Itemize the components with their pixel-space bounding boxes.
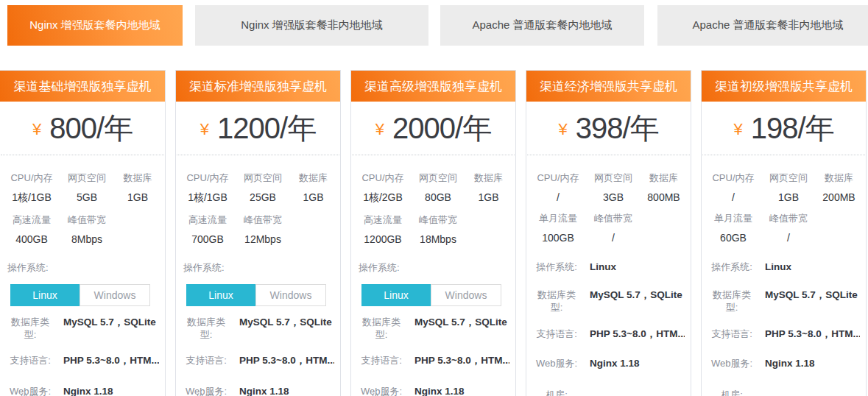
spec-grid: CPU/内存1核/1GB 网页空间25GB 数据库1GB 高速流量700GB 峰… xyxy=(176,155,340,254)
plan-price: ¥ 800/年 xyxy=(1,102,164,155)
currency-symbol: ¥ xyxy=(733,120,742,139)
spec-grid: CPU/内存1核/1GB 网页空间5GB 数据库1GB 高速流量400GB 峰值… xyxy=(0,155,165,254)
os-option-windows[interactable]: Windows xyxy=(255,284,326,306)
spec-traffic: 高速流量400GB xyxy=(6,213,57,245)
os-option-windows[interactable]: Windows xyxy=(431,284,501,306)
plan-title: 渠道初级增强版共享虚机 xyxy=(702,71,866,102)
spec-database: 数据库1GB xyxy=(467,172,509,205)
spec-webspace: 网页空间25GB xyxy=(233,172,292,205)
plan-card-starter: 渠道初级增强版共享虚机 ¥ 198/年 CPU/内存/ 网页空间1GB 数据库2… xyxy=(701,70,867,396)
detail-list: 操作系统: Linux Windows 数据库类型:MySQL 5.7，SQLi… xyxy=(0,261,165,396)
price-number: 198 xyxy=(751,112,798,144)
detail-row-datacenter: 机房: xyxy=(532,389,685,396)
spec-bandwidth: 峰值带宽18Mbps xyxy=(409,213,467,245)
spec-cpu: CPU/内存1核/2GB xyxy=(357,172,409,205)
plan-title: 渠道标准增强版独享虚机 xyxy=(176,71,340,102)
price-amount: 2000/年 xyxy=(392,108,491,149)
currency-symbol: ¥ xyxy=(375,120,384,139)
price-suffix: /年 xyxy=(96,112,133,144)
spec-grid: CPU/内存/ 网页空间1GB 数据库200MB 单月流量60GB 峰值带宽/ xyxy=(702,155,866,252)
tab-apache-basic-mainland[interactable]: Apache 普通版套餐内地地域 xyxy=(440,5,644,46)
price-suffix: /年 xyxy=(622,112,658,144)
detail-row-datacenter: 机房: xyxy=(708,389,860,396)
os-option-linux[interactable]: Linux xyxy=(10,284,80,306)
spec-database: 数据库1GB xyxy=(116,172,159,205)
price-number: 398 xyxy=(576,112,623,144)
os-label: 操作系统: xyxy=(359,261,509,275)
detail-list: 操作系统: Linux Windows 数据库类型:MySQL 5.7，SQLi… xyxy=(176,261,340,396)
price-number: 800 xyxy=(49,112,96,144)
os-toggle: Linux Windows xyxy=(186,284,326,306)
os-option-windows[interactable]: Windows xyxy=(80,284,150,306)
price-amount: 198/年 xyxy=(751,108,834,149)
spec-traffic: 高速流量1200GB xyxy=(357,213,409,245)
spec-database: 数据库1GB xyxy=(292,172,334,205)
spec-database: 数据库200MB xyxy=(818,172,860,203)
plan-card-advanced: 渠道高级增强版独享虚机 ¥ 2000/年 CPU/内存1核/2GB 网页空间80… xyxy=(350,70,516,396)
spec-cpu: CPU/内存/ xyxy=(532,172,584,203)
detail-row-db-type: 数据库类型:MySQL 5.7，SQLite xyxy=(182,316,334,341)
price-suffix: /年 xyxy=(797,112,833,144)
tab-nginx-enhanced-non-mainland[interactable]: Nginx 增强版套餐非内地地域 xyxy=(195,5,428,46)
spec-webspace: 网页空间1GB xyxy=(759,172,818,203)
spec-grid: CPU/内存1核/2GB 网页空间80GB 数据库1GB 高速流量1200GB … xyxy=(351,155,515,254)
detail-row-db-type: 数据库类型:MySQL 5.7，SQLite xyxy=(708,289,860,314)
spec-bandwidth: 峰值带宽12Mbps xyxy=(233,213,292,245)
price-number: 2000 xyxy=(392,112,455,144)
plan-cards-row: 渠道基础增强版独享虚机 ¥ 800/年 CPU/内存1核/1GB 网页空间5GB… xyxy=(0,70,868,396)
detail-row-webserver: Web服务:Nginx 1.18 xyxy=(532,357,685,370)
detail-list: 操作系统: Linux Windows 数据库类型:MySQL 5.7，SQLi… xyxy=(351,261,515,396)
os-toggle: Linux Windows xyxy=(10,284,150,306)
os-toggle: Linux Windows xyxy=(361,284,501,306)
plan-price: ¥ 198/年 xyxy=(702,102,865,155)
spec-bandwidth: 峰值带宽8Mbps xyxy=(57,213,116,245)
spec-bandwidth: 峰值带宽/ xyxy=(759,212,818,244)
plan-title: 渠道经济增强版共享虚机 xyxy=(526,71,691,102)
spec-webspace: 网页空间5GB xyxy=(57,172,116,205)
price-suffix: /年 xyxy=(280,112,316,144)
detail-row-db-type: 数据库类型:MySQL 5.7，SQLite xyxy=(357,316,509,341)
tab-apache-basic-non-mainland[interactable]: Apache 普通版套餐非内地地域 xyxy=(657,5,868,46)
spec-bandwidth: 峰值带宽/ xyxy=(584,212,643,244)
spec-webspace: 网页空间3GB xyxy=(584,172,643,203)
plan-card-economy: 渠道经济增强版共享虚机 ¥ 398/年 CPU/内存/ 网页空间3GB 数据库8… xyxy=(526,70,691,396)
detail-row-languages: 支持语言:PHP 5.3~8.0，HTM... xyxy=(532,328,685,340)
os-option-linux[interactable]: Linux xyxy=(361,284,431,306)
detail-row-languages: 支持语言:PHP 5.3~8.0，HTM... xyxy=(357,354,509,367)
detail-row-languages: 支持语言:PHP 5.3~8.0，HTM... xyxy=(6,354,159,367)
plan-price: ¥ 398/年 xyxy=(527,102,690,155)
spec-cpu: CPU/内存/ xyxy=(708,172,759,203)
price-amount: 398/年 xyxy=(576,108,659,149)
detail-row-webserver: Web服务:Nginx 1.18 xyxy=(708,357,860,370)
detail-row-db-type: 数据库类型:MySQL 5.7，SQLite xyxy=(532,289,685,314)
spec-traffic: 高速流量700GB xyxy=(182,213,233,245)
currency-symbol: ¥ xyxy=(558,120,567,139)
detail-list: 操作系统:Linux 数据库类型:MySQL 5.7，SQLite 支持语言:P… xyxy=(526,261,691,396)
spec-webspace: 网页空间80GB xyxy=(409,172,467,205)
plan-card-basic: 渠道基础增强版独享虚机 ¥ 800/年 CPU/内存1核/1GB 网页空间5GB… xyxy=(0,70,166,396)
tab-nginx-enhanced-mainland[interactable]: Nginx 增强版套餐内地地域 xyxy=(7,5,183,46)
os-label: 操作系统: xyxy=(183,261,334,275)
plan-card-standard: 渠道标准增强版独享虚机 ¥ 1200/年 CPU/内存1核/1GB 网页空间25… xyxy=(175,70,341,396)
detail-row-db-type: 数据库类型:MySQL 5.7，SQLite xyxy=(6,316,159,341)
plan-price: ¥ 1200/年 xyxy=(177,102,339,155)
price-suffix: /年 xyxy=(455,112,491,144)
os-option-linux[interactable]: Linux xyxy=(186,284,255,306)
spec-cpu: CPU/内存1核/1GB xyxy=(6,172,57,205)
detail-row-languages: 支持语言:PHP 5.3~8.0，HTM... xyxy=(182,354,334,367)
price-number: 1200 xyxy=(217,112,280,144)
detail-row-languages: 支持语言:PHP 5.3~8.0，HTM... xyxy=(708,328,860,340)
detail-list: 操作系统:Linux 数据库类型:MySQL 5.7，SQLite 支持语言:P… xyxy=(702,261,866,396)
os-label: 操作系统: xyxy=(7,261,159,275)
detail-row-os: 操作系统:Linux xyxy=(532,261,685,273)
currency-symbol: ¥ xyxy=(32,120,41,139)
plan-price: ¥ 2000/年 xyxy=(352,102,515,155)
plan-tabs: Nginx 增强版套餐内地地域 Nginx 增强版套餐非内地地域 Apache … xyxy=(7,0,868,46)
plan-title: 渠道高级增强版独享虚机 xyxy=(351,71,515,102)
spec-traffic: 单月流量60GB xyxy=(708,212,759,244)
price-amount: 1200/年 xyxy=(217,108,316,149)
plan-title: 渠道基础增强版独享虚机 xyxy=(0,71,165,102)
spec-database: 数据库800MB xyxy=(643,172,685,203)
currency-symbol: ¥ xyxy=(200,120,209,139)
detail-row-os: 操作系统:Linux xyxy=(708,261,860,273)
